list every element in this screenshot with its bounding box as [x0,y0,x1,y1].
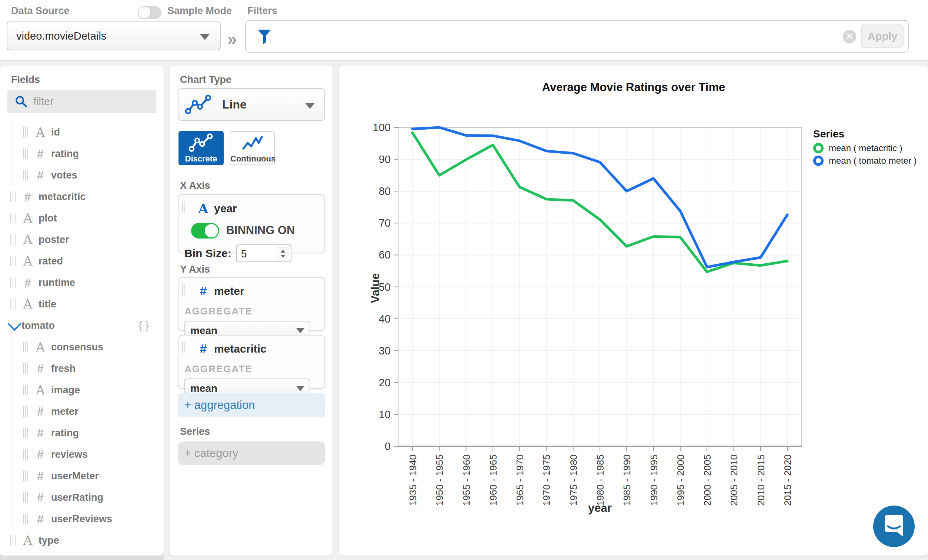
add-category-dropzone[interactable]: + category [178,441,325,465]
number-field-icon: # [33,512,47,526]
drag-handle-icon[interactable] [23,449,28,459]
stepper-down-icon[interactable] [281,255,285,258]
discrete-label: Discrete [179,154,224,164]
drag-handle-icon[interactable] [23,148,28,159]
y-axis-card-metacritic[interactable]: # metacritic AGGREGATE mean [178,335,325,389]
field-item-userRating[interactable]: #userRating [0,487,164,508]
axis-tick-label: 20 [379,377,391,389]
drag-handle-icon[interactable] [23,127,28,137]
drag-handle-icon[interactable] [182,201,187,213]
field-item-id[interactable]: Aid [0,122,164,143]
sample-mode-toggle[interactable] [138,6,162,19]
continuous-button[interactable]: Continuous [230,131,275,165]
horizontal-scrollbar[interactable] [0,555,164,560]
drag-handle-icon[interactable] [11,235,15,245]
line-chart-icon [185,95,212,114]
field-label: userMeter [51,470,99,482]
filters-input[interactable]: ✕ Apply [245,20,909,53]
drag-handle-icon[interactable] [23,471,28,481]
field-label: reviews [51,449,88,460]
field-search-box[interactable] [8,90,156,113]
data-source-select[interactable]: video.movieDetails [7,21,221,50]
drag-handle-icon[interactable] [11,299,15,309]
x-axis-card[interactable]: A year BINNING ON Bin Size: 5 [178,194,325,253]
chart-legend: Series mean ( metacritic ) mean ( tomato… [813,128,917,166]
axis-tick-label: 1990 - 1995 [649,455,659,506]
toggle-knob [139,7,150,18]
chart-type-label: Chart Type [180,74,232,85]
drag-handle-icon[interactable] [23,428,28,438]
string-field-icon: A [21,254,35,269]
add-aggregation-button[interactable]: + aggregation [178,393,325,417]
discrete-line-icon [188,133,214,152]
field-item-fresh[interactable]: #fresh [0,358,164,379]
toggle-knob [205,224,218,237]
binning-toggle[interactable] [191,223,219,238]
number-field-icon: # [33,147,47,161]
field-item-votes[interactable]: #votes [0,165,164,186]
field-filter-input[interactable] [33,95,145,108]
drag-handle-icon[interactable] [11,535,15,546]
drag-handle-icon[interactable] [23,514,28,524]
apply-button[interactable]: Apply [861,24,904,48]
drag-handle-icon[interactable] [23,170,28,180]
drag-handle-icon[interactable] [11,213,15,223]
drag-handle-icon[interactable] [11,256,15,266]
y-axis-label: Y Axis [180,264,210,275]
number-stepper[interactable] [276,247,289,260]
clear-filter-icon[interactable]: ✕ [843,30,856,43]
chevron-down-icon[interactable] [8,317,21,331]
filters-label: Filters [247,5,277,17]
number-field-icon: # [196,342,210,356]
chart-type-select[interactable]: Line [178,88,325,121]
field-item-poster[interactable]: Aposter [0,229,164,250]
field-label: rating [51,427,79,439]
bin-size-label: Bin Size: [185,247,232,259]
field-item-rated[interactable]: Arated [0,250,164,272]
field-item-type[interactable]: Atype [0,529,164,551]
continuous-label: Continuous [230,154,274,164]
y-axis-card-meter[interactable]: # meter AGGREGATE mean [178,277,325,331]
drag-handle-icon[interactable] [11,191,15,202]
axis-tick-label: 2010 - 2015 [756,455,766,506]
field-item-image[interactable]: Aimage [0,379,164,401]
field-item-userReviews[interactable]: #userReviews [0,508,164,529]
object-braces-icon: { } [139,319,149,332]
field-item-reviews[interactable]: #reviews [0,444,164,465]
string-field-icon: A [21,211,35,226]
field-item-title[interactable]: Atitle [0,293,164,315]
drag-handle-icon[interactable] [23,385,28,395]
app-root: Data Source Sample Mode video.movieDetai… [0,0,928,560]
drag-handle-icon[interactable] [182,284,187,296]
field-item-rating[interactable]: #rating [0,422,164,444]
x-axis-title: year [398,502,802,515]
field-item-tomato[interactable]: tomato{ } [0,315,164,336]
number-field-icon: # [196,284,210,298]
field-item-plot[interactable]: Aplot [0,208,164,229]
field-item-meter[interactable]: #meter [0,401,164,422]
field-item-userMeter[interactable]: #userMeter [0,465,164,487]
bin-size-input[interactable]: 5 [236,244,292,262]
field-item-consensus[interactable]: Aconsensus [0,336,164,358]
drag-handle-icon[interactable] [23,363,28,374]
axis-tick-label: 1960 - 1965 [488,455,499,506]
string-field-icon: A [33,340,47,354]
collapse-chevrons-icon[interactable]: » [227,29,237,49]
field-item-runtime[interactable]: #runtime [0,272,164,293]
axis-tick-label: 1975 - 1980 [568,455,579,506]
drag-handle-icon[interactable] [23,492,28,503]
drag-handle-icon[interactable] [23,406,28,417]
axis-tick-label: 1955 - 1960 [461,455,472,506]
drag-handle-icon[interactable] [11,278,15,288]
stepper-up-icon[interactable] [281,250,285,253]
drag-handle-icon[interactable] [23,342,28,352]
legend-item: mean ( metacritic ) [813,143,917,153]
chat-bubble-button[interactable] [873,505,916,548]
axis-tick-label: 30 [379,345,391,357]
field-item-rating[interactable]: #rating [0,143,164,165]
drag-handle-icon[interactable] [182,342,187,353]
number-field-icon: # [21,190,35,204]
axis-tick-label: 1985 - 1990 [621,455,632,506]
discrete-button[interactable]: Discrete [179,131,224,165]
field-item-metacritic[interactable]: #metacritic [0,186,164,208]
